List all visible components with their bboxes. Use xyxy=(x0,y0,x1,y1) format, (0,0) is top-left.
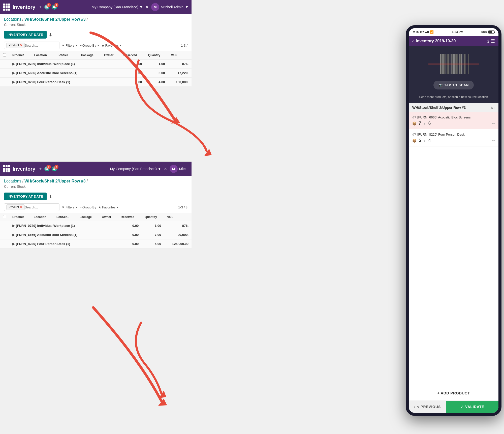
battery-percent: 58% xyxy=(481,30,487,34)
validate-button[interactable]: ✓ VALIDATE xyxy=(446,401,498,413)
bottom-breadcrumb: Locations / WH/Stock/Shelf 2/Upper Row #… xyxy=(0,176,192,184)
bottom-add-icon[interactable]: + xyxy=(39,166,42,172)
table-row[interactable]: ▶[FURN_0789] Individual Workplace (1) 0.… xyxy=(0,59,192,69)
bottom-filters-button[interactable]: ▼ Filters ▼ xyxy=(61,205,78,209)
company-selector[interactable]: My Company (San Francisco) ▼ xyxy=(92,5,143,9)
bottom-search-input[interactable] xyxy=(25,205,55,209)
bottom-page-info: 1-3 / 3 xyxy=(178,205,187,209)
bottom-col-reserved[interactable]: Reserved xyxy=(118,213,142,221)
bottom-notification-count: 9 xyxy=(47,165,51,169)
bottom-select-all-checkbox[interactable] xyxy=(3,215,6,218)
breadcrumb-sep1: / xyxy=(22,17,23,22)
tap-to-scan-button[interactable]: 📷 TAP TO SCAN xyxy=(433,81,474,89)
bottom-col-product[interactable]: Product xyxy=(9,213,31,221)
user-menu[interactable]: M Mitchell Admin ▼ xyxy=(151,3,188,11)
info-icon[interactable]: ℹ xyxy=(487,39,489,44)
hamburger-icon[interactable]: ☰ xyxy=(491,38,495,44)
message-badge-wrap[interactable]: 💬 4 xyxy=(52,5,57,10)
bottom-download-button[interactable]: ⬇ xyxy=(49,194,52,199)
bottom-top-nav-bar: Inventory + 🔄 9 💬 4 My Company (San Fran… xyxy=(0,162,192,176)
bottom-col-value[interactable]: Valu xyxy=(164,213,192,221)
location-name: WH/Stock/Shelf 2/Upper Row #3 xyxy=(412,106,466,110)
camera-icon: 📷 xyxy=(438,83,443,87)
bottom-col-lot[interactable]: Lot/Ser... xyxy=(53,213,76,221)
barcode-visual xyxy=(428,51,479,77)
bottom-col-owner[interactable]: Owner xyxy=(99,213,118,221)
col-lot[interactable]: Lot/Ser... xyxy=(54,51,78,59)
bottom-breadcrumb-path[interactable]: WH/Stock/Shelf 2/Upper Row #3 xyxy=(24,179,86,183)
download-button[interactable]: ⬇ xyxy=(49,32,52,38)
select-all-checkbox[interactable] xyxy=(3,53,6,56)
bottom-app-title: Inventory xyxy=(13,166,35,172)
bottom-col-package[interactable]: Package xyxy=(76,213,99,221)
col-reserved[interactable]: Reserved xyxy=(120,51,145,59)
spacer xyxy=(409,146,498,386)
phone-bottom-buttons: ‹ < PREVIOUS ✓ VALIDATE xyxy=(409,401,498,413)
chevron-left-icon: ‹ xyxy=(414,405,416,409)
favorites-button[interactable]: ★ Favorites ▼ xyxy=(102,44,122,47)
product-row-2[interactable]: 🏷 [FURN_8220] Four Person Desk 📦 5 / 4 ✏ xyxy=(409,129,498,146)
breadcrumb-path[interactable]: WH/Stock/Shelf 2/Upper Row #3 xyxy=(24,17,86,22)
qty-expected-2: 4 xyxy=(428,138,431,143)
close-icon[interactable]: ✕ xyxy=(145,5,149,10)
bottom-groupby-button[interactable]: ≡ Group By xyxy=(80,205,96,209)
edit-icon-1[interactable]: ✏ xyxy=(492,121,495,126)
top-nav-bar: Inventory + 🔄 9 💬 4 My Company (San Fran… xyxy=(0,0,192,14)
add-product-button[interactable]: + ADD PRODUCT xyxy=(437,391,470,395)
groupby-button-top[interactable]: ≡ Group By ▼ xyxy=(80,44,99,47)
bottom-avatar: M xyxy=(170,165,178,173)
inventory-at-date-button[interactable]: INVENTORY AT DATE xyxy=(4,31,47,39)
edit-icon-2[interactable]: ✏ xyxy=(492,139,495,143)
back-icon[interactable]: ‹ xyxy=(412,39,414,44)
battery-icon xyxy=(488,30,494,34)
groupby-icon: ≡ xyxy=(80,44,82,47)
bottom-inventory-at-date-button[interactable]: INVENTORY AT DATE xyxy=(4,193,47,200)
svg-marker-0 xyxy=(204,149,212,156)
col-product[interactable]: Product xyxy=(9,51,31,59)
col-checkbox[interactable] xyxy=(0,51,9,59)
bottom-favorites-button[interactable]: ★ Favorites ▼ xyxy=(98,205,119,209)
bottom-close-icon[interactable]: ✕ xyxy=(164,167,167,171)
bottom-remove-filter-icon[interactable]: ✕ xyxy=(20,205,22,209)
bottom-notification-badge-wrap[interactable]: 🔄 9 xyxy=(44,166,49,171)
search-input[interactable] xyxy=(25,44,55,47)
qty-counted-1: 7 xyxy=(419,121,421,126)
previous-button[interactable]: ‹ < PREVIOUS xyxy=(409,401,446,413)
bottom-table-row[interactable]: ▶[FURN_6666] Acoustic Bloc Screens (1) 0… xyxy=(0,230,192,239)
product-name-1: [FURN_6666] Acoustic Bloc Screens xyxy=(417,115,471,119)
qty-counted-2: 5 xyxy=(419,138,421,143)
bottom-table-row[interactable]: ▶[FURN_0789] Individual Workplace (1) 0.… xyxy=(0,221,192,230)
col-value[interactable]: Valu xyxy=(168,51,192,59)
bottom-col-quantity[interactable]: Quantity xyxy=(142,213,164,221)
remove-filter-icon[interactable]: ✕ xyxy=(20,44,22,47)
product-filter-tag[interactable]: Product ✕ xyxy=(6,43,25,48)
col-location[interactable]: Location xyxy=(31,51,55,59)
breadcrumb-locations[interactable]: Locations xyxy=(4,17,21,22)
top-desktop-panel: Inventory + 🔄 9 💬 4 My Company (San Fran… xyxy=(0,0,192,87)
table-row[interactable]: ▶[FURN_8220] Four Person Desk (1) 0.00 4… xyxy=(0,78,192,87)
col-package[interactable]: Package xyxy=(78,51,101,59)
bottom-action-bar: INVENTORY AT DATE ⬇ xyxy=(0,191,192,202)
bottom-message-badge-wrap[interactable]: 💬 4 xyxy=(52,166,57,171)
bottom-user-name: Mitc... xyxy=(179,167,188,171)
tag-icon-2: 🏷 xyxy=(412,132,416,136)
bottom-grid-menu-icon[interactable] xyxy=(3,165,10,172)
bottom-breadcrumb-locations[interactable]: Locations xyxy=(4,179,21,183)
bottom-product-filter-tag[interactable]: Product ✕ xyxy=(6,204,25,210)
bottom-col-location[interactable]: Location xyxy=(31,213,53,221)
scan-hint-area: Scan more products, or scan a new source… xyxy=(409,95,498,103)
col-owner[interactable]: Owner xyxy=(101,51,120,59)
product-row-highlighted[interactable]: 🏷 [FURN_6666] Acoustic Bloc Screens 📦 7 … xyxy=(409,112,498,129)
grid-menu-icon[interactable] xyxy=(3,4,10,11)
col-quantity[interactable]: Quantity xyxy=(145,51,168,59)
bottom-table-row[interactable]: ▶[FURN_8220] Four Person Desk (1) 0.00 5… xyxy=(0,239,192,249)
table-row[interactable]: ▶[FURN_6666] Acoustic Bloc Screens (1) 0… xyxy=(0,69,192,78)
notification-badge-wrap[interactable]: 🔄 9 xyxy=(44,5,49,10)
bottom-company-selector[interactable]: My Company (San Francisco) ▼ xyxy=(110,167,161,171)
filters-button[interactable]: ▼ Filters ▼ xyxy=(61,44,78,47)
search-area: Product ✕ xyxy=(4,42,59,49)
add-icon[interactable]: + xyxy=(39,4,42,10)
bottom-user-menu[interactable]: M Mitc... xyxy=(170,165,188,173)
bottom-col-checkbox[interactable] xyxy=(0,213,9,221)
bottom-table-header-row: Product Location Lot/Ser... Package Owne… xyxy=(0,213,192,221)
